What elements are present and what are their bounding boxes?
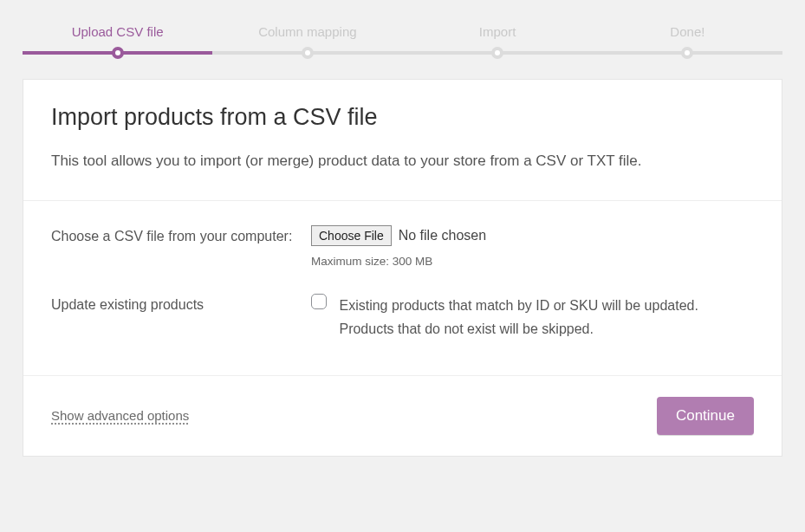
continue-button[interactable]: Continue (657, 397, 754, 435)
file-upload-row: Choose a CSV file from your computer: Ch… (51, 225, 754, 268)
step-dot-3 (491, 47, 503, 59)
update-existing-label: Update existing products (51, 294, 311, 341)
import-stepper: Upload CSV file Column mapping Import Do… (23, 24, 782, 55)
choose-file-button[interactable]: Choose File (311, 225, 392, 246)
update-existing-row: Update existing products Existing produc… (51, 294, 754, 341)
max-size-hint: Maximum size: 300 MB (311, 255, 754, 268)
file-chosen-status: No file chosen (399, 228, 486, 243)
update-existing-description: Existing products that match by ID or SK… (339, 294, 750, 341)
import-card: Import products from a CSV file This too… (23, 79, 782, 457)
show-advanced-options-link[interactable]: Show advanced options (51, 408, 189, 423)
step-dot-2 (302, 47, 314, 59)
page-title: Import products from a CSV file (51, 104, 754, 131)
update-existing-checkbox[interactable] (311, 294, 327, 309)
file-upload-label: Choose a CSV file from your computer: (51, 225, 311, 268)
step-dot-1 (112, 47, 124, 59)
step-dot-4 (681, 47, 693, 59)
page-description: This tool allows you to import (or merge… (51, 150, 754, 172)
stepper-track (23, 51, 782, 55)
